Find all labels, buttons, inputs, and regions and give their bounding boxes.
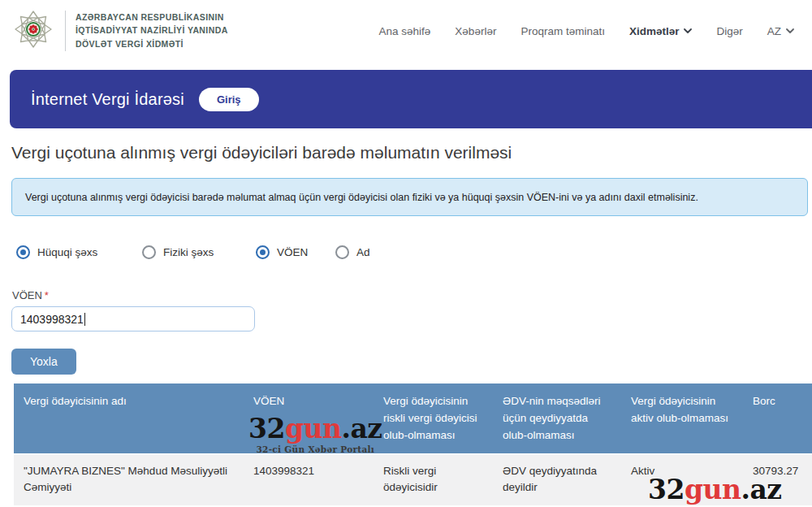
logo[interactable]: AZƏRBAYCAN RESPUBLİKASININ İQTİSADİYYAT …: [11, 7, 228, 54]
results-table: Vergi ödəyicisinin adı VÖEN Vergi ödəyic…: [14, 384, 812, 505]
agency-name-line: İQTİSADİYYAT NAZİRLİYİ YANINDA: [76, 25, 228, 36]
col-header-taxpayer-name: Vergi ödəyicisinin adı: [14, 384, 244, 453]
radio-label: Fiziki şəxs: [163, 246, 214, 258]
table-header-row: Vergi ödəyicisinin adı VÖEN Vergi ödəyic…: [14, 384, 812, 453]
voen-field-label: VÖEN*: [12, 289, 49, 301]
info-message-text: Vergi uçotuna alınmış vergi ödəyicisi ba…: [25, 192, 698, 203]
agency-name-line: AZƏRBAYCAN RESPUBLİKASININ: [76, 12, 228, 23]
required-asterisk: *: [45, 289, 49, 301]
info-message: Vergi uçotuna alınmış vergi ödəyicisi ba…: [11, 178, 808, 216]
language-label: AZ: [767, 25, 781, 37]
nav-services-label: Xidmətlər: [629, 25, 680, 37]
cell-taxpayer-name: "JUMAYRA BIZNES" Məhdud Məsuliyyətli Cəm…: [14, 455, 244, 505]
chevron-down-icon: [684, 28, 692, 33]
nav-services[interactable]: Xidmətlər: [629, 25, 693, 37]
ornament-pattern-icon: [585, 70, 812, 128]
voen-label-text: VÖEN: [12, 289, 42, 301]
agency-name-line: DÖVLƏT VERGİ XİDMƏTİ: [76, 39, 228, 50]
radio-label: Hüquqi şəxs: [37, 246, 97, 258]
radio-label: VÖEN: [277, 246, 308, 258]
text-cursor: [84, 313, 85, 326]
table-row: "JUMAYRA BIZNES" Məhdud Məsuliyyətli Cəm…: [14, 455, 812, 505]
banner-title: İnternet Vergi İdarəsi: [31, 90, 184, 109]
col-header-debt: Borc: [743, 384, 812, 453]
logo-divider: [65, 11, 66, 51]
search-type-radios: Hüquqi şəxs Fiziki şəxs VÖEN Ad: [16, 245, 796, 262]
internet-tax-office-banner: İnternet Vergi İdarəsi Giriş: [10, 70, 812, 128]
cell-debt: 30793.27: [743, 455, 812, 505]
site-header: AZƏRBAYCAN RESPUBLİKASININ İQTİSADİYYAT …: [0, 0, 812, 62]
nav-home[interactable]: Ana səhifə: [379, 25, 431, 37]
radio-physical-person[interactable]: Fiziki şəxs: [142, 245, 214, 259]
nav-news[interactable]: Xəbərlər: [455, 25, 496, 37]
col-header-voen: VÖEN: [244, 384, 374, 453]
language-selector[interactable]: AZ: [767, 25, 794, 37]
cell-vat-status: ƏDV qeydiyyatında deyildir: [493, 455, 621, 505]
page-title: Vergi uçotuna alınmış vergi ödəyiciləri …: [11, 143, 512, 162]
voen-input-value: 1403998321: [20, 313, 84, 326]
cell-active-status: Aktiv: [621, 455, 743, 505]
agency-name: AZƏRBAYCAN RESPUBLİKASININ İQTİSADİYYAT …: [76, 12, 228, 49]
nav-software[interactable]: Proqram təminatı: [520, 25, 605, 37]
cell-voen: 1403998321: [244, 455, 374, 505]
col-header-vat-status: ƏDV-nin məqsədləri üçün qeydiyyatda olub…: [493, 384, 621, 453]
radio-circle-icon: [335, 245, 349, 259]
cell-risky-status: Riskli vergi ödəyicisidir: [374, 455, 493, 505]
login-button[interactable]: Giriş: [199, 88, 259, 111]
radio-name[interactable]: Ad: [335, 245, 370, 259]
col-header-risky-status: Vergi ödəyicisinin riskli vergi ödəyicis…: [374, 384, 493, 453]
radio-circle-icon: [256, 245, 270, 259]
radio-legal-entity[interactable]: Hüquqi şəxs: [16, 245, 97, 259]
voen-input[interactable]: 1403998321: [11, 306, 255, 332]
radio-circle-icon: [142, 245, 156, 259]
chevron-down-icon: [786, 28, 794, 33]
state-tax-emblem-icon: [11, 7, 55, 54]
radio-voen[interactable]: VÖEN: [256, 245, 308, 259]
col-header-active-status: Vergi ödəyicisinin aktiv olub-olmaması: [621, 384, 743, 453]
check-button[interactable]: Yoxla: [11, 349, 76, 375]
nav-other[interactable]: Digər: [716, 25, 742, 37]
radio-circle-icon: [16, 245, 30, 259]
radio-label: Ad: [356, 246, 370, 258]
main-nav: Ana səhifə Xəbərlər Proqram təminatı Xid…: [379, 25, 794, 37]
